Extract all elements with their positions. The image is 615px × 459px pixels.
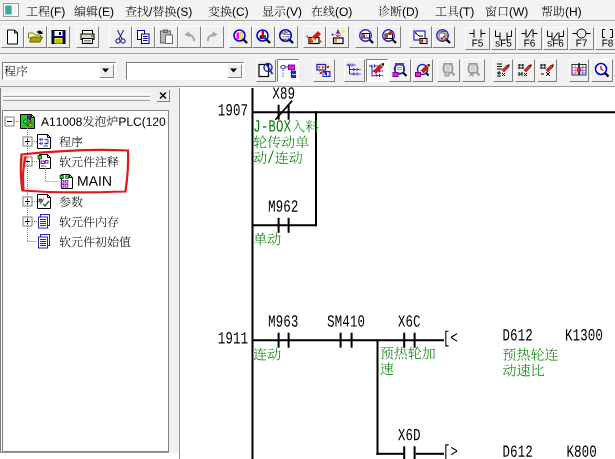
svg-text:123: 123 xyxy=(282,36,290,41)
